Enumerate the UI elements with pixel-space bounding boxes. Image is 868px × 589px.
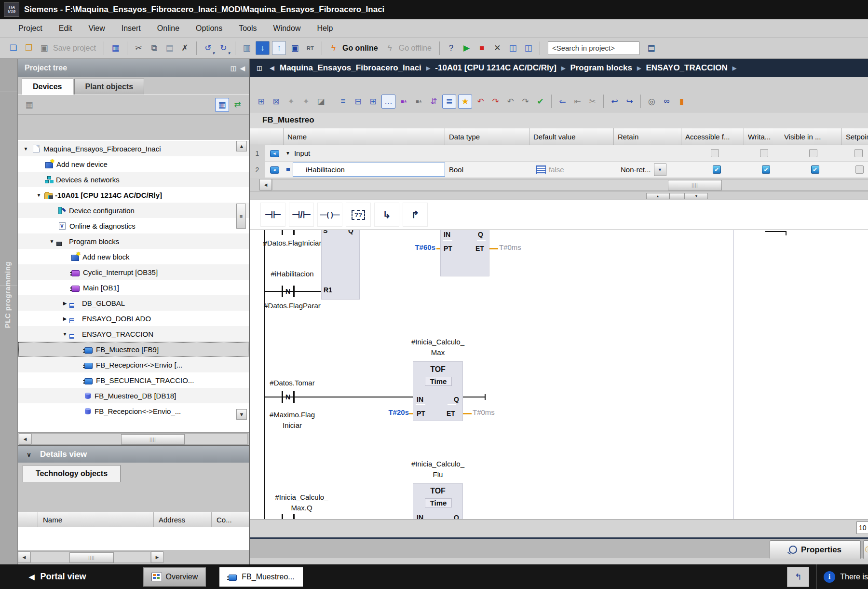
data-type-cell[interactable]: Bool [445, 165, 533, 174]
tree-item-fb-muestreo-db-db18[interactable]: FB_Muestreo_DB [DB18] [18, 388, 249, 403]
retain-cell[interactable]: Non-ret... [621, 165, 651, 174]
tree-item-devices-networks[interactable]: Devices & networks [18, 172, 249, 187]
col-accessible[interactable]: Accessible f... [681, 128, 744, 145]
configure-view-icon[interactable]: ▦ [23, 98, 36, 111]
compile-icon[interactable]: ▥ [240, 41, 253, 55]
menu-item-edit[interactable]: Edit [59, 24, 72, 33]
breadcrumb-item-maquina-ensayos-fibroacero-inaci[interactable]: Maquina_Ensayos_Fibroacero_Inaci [280, 63, 421, 73]
tree-item-fb-muestreo-fb9[interactable]: FB_Muestreo [FB9] [18, 342, 249, 357]
table-view-icon[interactable]: ▦ [215, 98, 229, 112]
time-literal[interactable]: T#20s [366, 408, 409, 416]
breadcrumb-item-program-blocks[interactable]: Program blocks [570, 63, 632, 73]
redo-icon[interactable]: ↻▾ [217, 41, 230, 55]
col-name[interactable]: Name [284, 128, 445, 145]
timer-instance-label[interactable]: Max [404, 348, 472, 356]
operand-label[interactable]: Iniciar [250, 421, 335, 429]
details-col-co[interactable]: Co... [212, 512, 249, 527]
tree-item-ensayo-traccion[interactable]: ▼ENSAYO_TRACCION [18, 326, 249, 342]
expander-icon[interactable]: ▼ [62, 331, 68, 337]
checkbox-visible[interactable]: ✔ [811, 165, 819, 174]
go-online-label[interactable]: Go online [342, 44, 378, 53]
tab-technology-objects[interactable]: Technology objects [23, 465, 121, 482]
col-writable[interactable]: Writa... [744, 128, 780, 145]
col-default-value[interactable]: Default value [529, 128, 614, 145]
tree-item-main-ob1[interactable]: Main [OB1] [18, 280, 249, 295]
timer-instance-label[interactable]: #Inicia_Calculo_ [404, 338, 472, 346]
menu-item-insert[interactable]: Insert [122, 24, 141, 33]
go-to-device-icon[interactable]: ▣ [288, 41, 301, 55]
accessible-devices-icon[interactable]: ? [445, 41, 458, 55]
delete-icon[interactable]: ✗ [178, 41, 191, 55]
checkbox-visible[interactable]: ✔ [809, 149, 817, 157]
print-icon[interactable]: ▦ [109, 41, 122, 55]
tree-item-cyclic-interrupt-ob35[interactable]: Cyclic_Interrupt [OB35] [18, 264, 249, 280]
tab-devices[interactable]: Devices [22, 79, 73, 95]
details-hscrollbar[interactable]: ◄ |||| ► [18, 550, 249, 564]
properties-button[interactable]: Properties [770, 540, 861, 559]
menu-item-project[interactable]: Project [18, 24, 42, 33]
collapse-chevron-icon[interactable]: ∨ [23, 448, 35, 461]
tree-item-fb-secuencia-traccio[interactable]: FB_SECUENCIA_TRACCIO... [18, 372, 249, 388]
change-instance-icon[interactable]: ◪ [314, 95, 327, 108]
tree-item-10a01-cpu-1214c-ac-dc-rly[interactable]: ▼-10A01 [CPU 1214C AC/DC/Rly] [18, 187, 249, 203]
tree-item-db-global[interactable]: ▶DB_GLOBAL [18, 295, 249, 311]
remove-branch-icon[interactable]: ✂ [586, 95, 599, 108]
block-datatype-label[interactable]: Time [425, 498, 452, 507]
checkbox-setpoint[interactable]: ✔ [855, 165, 864, 174]
go-to-definition-icon[interactable]: ⇤ [571, 95, 584, 108]
overview-button[interactable]: Overview [143, 567, 206, 587]
splitter-up-icon[interactable]: ▲ [646, 193, 669, 199]
value-list-icon[interactable] [536, 165, 546, 174]
checkbox-writable[interactable]: ✔ [762, 165, 770, 174]
undo-icon[interactable]: ↺▾ [202, 41, 215, 55]
details-hscroll-thumb[interactable]: |||| [69, 552, 114, 563]
panel-options-icon[interactable]: ◫ [231, 65, 236, 72]
details-col-blank[interactable] [18, 512, 38, 527]
tree-item-fb-recepcion-envio[interactable]: FB_Recepcion<->Envio_... [18, 403, 249, 419]
go-to-previous-icon[interactable]: ⇐ [556, 95, 569, 108]
copy-icon[interactable]: ⧉ [148, 41, 161, 55]
paste-icon[interactable]: ▤ [163, 41, 176, 55]
expander-icon[interactable]: ▼ [23, 146, 29, 151]
col-retain[interactable]: Retain [614, 128, 681, 145]
start-cpu-icon[interactable]: ▶ [460, 41, 473, 55]
close-branch-icon[interactable]: ↱ [403, 203, 428, 227]
menu-item-tools[interactable]: Tools [239, 24, 257, 33]
tree-item-add-new-device[interactable]: Add new device [18, 156, 249, 172]
table-hscrollbar[interactable]: ◄ |||| [250, 178, 868, 192]
scroll-right-icon[interactable]: ► [151, 551, 163, 563]
contact-no-icon[interactable]: ⊣⊢ [260, 203, 285, 227]
editor-splitter[interactable]: ▲ ▼ [250, 192, 868, 200]
next-bookmark-icon[interactable]: ↪ [623, 95, 636, 108]
timer-instance-label[interactable]: Flu [404, 470, 472, 479]
col-data-type[interactable]: Data type [445, 128, 529, 145]
default-value-cell[interactable]: false [549, 165, 564, 174]
table-row-ihabilitacion[interactable]: 2 ◄ iHabilitacion Bool false Non-ret...▼… [250, 162, 868, 178]
details-view-header[interactable]: ∨ Details view [18, 445, 249, 463]
retain-dropdown-icon[interactable]: ▼ [654, 164, 666, 176]
menu-item-options[interactable]: Options [196, 24, 222, 33]
coil-icon[interactable]: —( )— [317, 203, 342, 227]
insert-network-icon[interactable]: ⊞ [255, 95, 268, 108]
time-output[interactable]: T#0ms [473, 408, 516, 416]
open-project-icon[interactable]: ❐ [22, 41, 35, 55]
breadcrumb-back-icon[interactable]: ◀ [267, 65, 277, 71]
tab-plant-objects[interactable]: Plant objects [74, 79, 145, 95]
table-hscroll-thumb[interactable]: |||| [668, 180, 722, 191]
scroll-left-icon[interactable]: ◄ [19, 433, 31, 445]
operand-label[interactable]: #iHabilitacion [250, 270, 335, 278]
previous-bookmark-icon[interactable]: ↩ [608, 95, 621, 108]
timer-instance-label[interactable]: #Inicia_Calculo_ [404, 460, 472, 468]
tree-item-ensayo-doblado[interactable]: ▶ENSAYO_DOBLADO [18, 311, 249, 326]
save-project-icon[interactable]: ▣ [38, 41, 51, 55]
show-message-log-icon[interactable]: ↰ [787, 567, 809, 587]
expander-icon[interactable]: ▶ [62, 301, 68, 306]
time-output[interactable]: T#0ms [499, 243, 542, 251]
open-branch-icon[interactable]: ↳ [374, 203, 399, 227]
time-literal[interactable]: T#60s [392, 243, 435, 251]
search-in-project-input[interactable]: <Search in project> [548, 41, 639, 55]
details-col-name[interactable]: Name [38, 512, 154, 527]
col-setpoint[interactable]: Setpoint [842, 128, 868, 145]
fb-muestreo-tab-button[interactable]: FB_Muestreo... [219, 567, 302, 587]
tree-item-fb-recepcion-envio[interactable]: FB_Recepcion<->Envio [... [18, 357, 249, 372]
